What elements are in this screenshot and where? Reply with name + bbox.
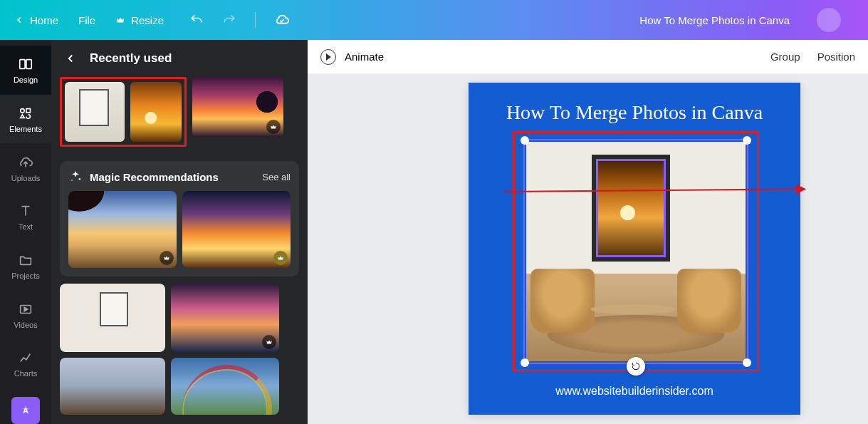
table-graphic [590, 304, 676, 340]
design-icon [17, 56, 34, 73]
resize-label: Resize [131, 14, 164, 26]
panel-back-button[interactable] [64, 52, 77, 65]
grid-thumb-dock[interactable] [60, 358, 165, 415]
side-nav: Design Elements Uploads Text Projects [0, 40, 51, 424]
crown-icon [115, 15, 125, 25]
nav-projects-label: Projects [11, 272, 40, 280]
elements-panel: Recently used Magic Recommendations [51, 40, 308, 424]
uploads-icon [17, 154, 34, 171]
nav-text[interactable]: Text [0, 192, 51, 242]
resize-handle-tl[interactable] [521, 136, 529, 145]
magic-recommendations: Magic Recommendations See all [60, 161, 299, 276]
thumbnail-room[interactable] [65, 82, 125, 142]
videos-icon [17, 301, 34, 318]
animate-icon [320, 49, 336, 65]
text-icon [17, 202, 34, 219]
picture-frame[interactable] [592, 155, 670, 262]
chair-graphic [530, 269, 595, 333]
selection-bounds[interactable] [523, 139, 748, 364]
svg-rect-0 [20, 60, 25, 69]
grid-thumb-rainbow[interactable] [171, 358, 279, 415]
nav-charts[interactable]: Charts [0, 339, 51, 388]
selection-highlight [513, 131, 759, 372]
sparkle-icon [68, 170, 83, 184]
svg-point-6 [79, 178, 81, 180]
nav-uploads-label: Uploads [11, 174, 40, 182]
thumbnail-palm-sunset[interactable] [192, 77, 283, 137]
svg-rect-1 [26, 60, 31, 69]
nav-videos-label: Videos [14, 321, 37, 329]
projects-icon [17, 252, 34, 269]
svg-point-2 [21, 109, 25, 113]
canvas-toolbar: Animate Group Position [308, 40, 868, 74]
selected-thumbnails-highlight [60, 77, 187, 147]
frame-inner-image [596, 159, 666, 257]
redo-button[interactable] [222, 13, 236, 27]
document-title[interactable]: How To Merge Photos in Canva [639, 14, 790, 26]
home-label: Home [30, 14, 58, 26]
canvas-url-text[interactable]: www.websitebuilderinsider.com [469, 385, 800, 398]
nav-elements[interactable]: Elements [0, 95, 51, 144]
canvas-title-text[interactable]: How To Merge Photos in Canva [469, 83, 800, 124]
group-button[interactable]: Group [770, 51, 800, 63]
chevron-left-icon [14, 15, 24, 25]
cloud-sync-icon[interactable] [274, 12, 290, 28]
thumbnail-sunset-grass[interactable] [130, 82, 182, 142]
nav-design[interactable]: Design [0, 46, 51, 95]
pro-badge-icon [262, 335, 276, 349]
svg-rect-3 [26, 109, 30, 113]
avatar[interactable] [817, 8, 841, 32]
merged-image[interactable] [526, 142, 746, 361]
nav-projects[interactable]: Projects [0, 242, 51, 291]
animate-button[interactable]: Animate [345, 51, 384, 63]
see-all-link[interactable]: See all [262, 172, 291, 182]
charts-icon [17, 349, 34, 366]
file-label: File [78, 14, 95, 26]
nav-design-label: Design [14, 76, 38, 84]
rotate-handle[interactable] [627, 357, 645, 376]
top-bar: Home File Resize How To Merge Photos in … [0, 0, 868, 40]
elements-icon [17, 105, 34, 122]
nav-charts-label: Charts [14, 369, 37, 378]
magic-thumb-beach[interactable] [68, 191, 177, 268]
nav-text-label: Text [19, 222, 33, 231]
svg-point-7 [71, 180, 73, 181]
undo-button[interactable] [189, 13, 204, 27]
nav-elements-label: Elements [9, 125, 42, 133]
chair-graphic [677, 269, 741, 333]
home-button[interactable]: Home [14, 14, 58, 26]
file-menu[interactable]: File [78, 14, 95, 26]
position-button[interactable]: Position [817, 51, 855, 63]
pro-badge-icon [160, 251, 174, 265]
svg-text:A: A [23, 406, 28, 415]
magic-thumb-palm[interactable] [182, 191, 291, 268]
nav-videos[interactable]: Videos [0, 290, 51, 339]
grid-thumb-pier[interactable] [171, 284, 279, 352]
grid-thumb-room[interactable] [60, 284, 165, 352]
resize-handle-bl[interactable] [521, 358, 529, 367]
divider [255, 12, 256, 28]
magic-title: Magic Recommendations [90, 171, 219, 183]
resize-handle-tr[interactable] [743, 136, 751, 145]
nav-more[interactable]: A [11, 397, 40, 424]
pro-badge-icon [266, 120, 281, 134]
panel-title: Recently used [90, 51, 172, 66]
pro-badge-icon [273, 251, 288, 265]
resize-menu[interactable]: Resize [115, 14, 164, 26]
resize-handle-br[interactable] [743, 358, 751, 367]
canvas-area: Animate Group Position How To Merge Phot… [308, 40, 868, 424]
nav-uploads[interactable]: Uploads [0, 143, 51, 192]
